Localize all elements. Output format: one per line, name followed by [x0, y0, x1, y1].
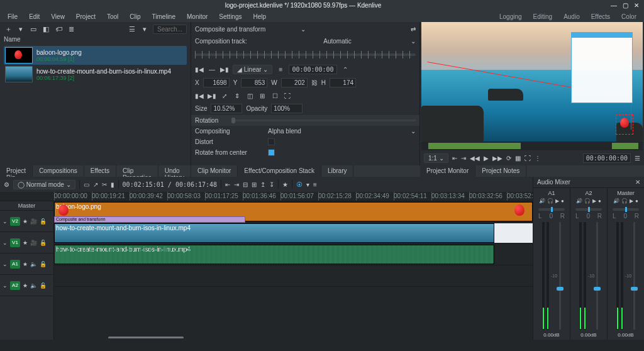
bin-header-name[interactable]: Name	[0, 36, 191, 45]
layout-logging[interactable]: Logging	[494, 12, 527, 21]
favorite-icon[interactable]: ★	[282, 181, 288, 188]
tab-effects[interactable]: Effects	[84, 165, 116, 177]
monitor-loop-icon[interactable]: ⟳	[506, 155, 511, 162]
track-effects-icon[interactable]: ★	[23, 261, 28, 267]
track-expand-icon[interactable]: ⌄	[3, 240, 8, 246]
fit-height-icon[interactable]: ⊞	[258, 91, 267, 100]
mixer-db-value[interactable]: 0.00dB	[580, 332, 596, 338]
monitor-out-icon[interactable]: ⇥	[461, 155, 466, 162]
mixer-db-value[interactable]: 0.00dB	[543, 332, 559, 338]
monitor-ffwd-icon[interactable]: ▶▶	[492, 155, 502, 162]
speaker-icon[interactable]: 🔊	[539, 198, 545, 204]
track-header[interactable]: ⌄V1★🎥🔓	[0, 232, 53, 254]
track-mute-icon[interactable]: 🔈	[30, 261, 37, 267]
tool-razor-icon[interactable]: ↗	[93, 181, 98, 188]
timecode-stepper-icon[interactable]: ⌃	[341, 65, 350, 74]
mute-icon[interactable]: ▶	[555, 198, 559, 204]
interpolation-dropdown[interactable]: ◢ Linear ⌄	[233, 65, 272, 74]
pos-y-input[interactable]	[241, 78, 267, 87]
track-lock-icon[interactable]: 🔓	[40, 240, 47, 246]
menu-clip[interactable]: Clip	[125, 12, 145, 21]
mute-icon[interactable]: ▶	[592, 198, 596, 204]
mute-icon[interactable]: ▶	[630, 198, 633, 204]
fit-width-icon[interactable]: ◫	[245, 91, 254, 100]
layout-effects[interactable]: Effects	[586, 12, 615, 21]
menu-file[interactable]: File	[3, 12, 23, 21]
phones-icon[interactable]: 🎧	[621, 198, 628, 204]
monitor-menu-icon[interactable]: ⋮	[535, 155, 541, 162]
effect-expand-icon[interactable]: ⌄	[301, 26, 306, 33]
menu-timeline[interactable]: Timeline	[147, 12, 180, 21]
track-header[interactable]: ⌄V2★🎥🔓	[0, 211, 53, 232]
menu-edit[interactable]: Edit	[24, 12, 45, 21]
timeline-mode-dropdown[interactable]: ◯ Normal mode ⌄	[13, 180, 75, 189]
monitor-fullscreen-icon[interactable]: ⛶	[525, 155, 531, 162]
timeline-lanes[interactable]: baloon-logo.png Composite and transform …	[54, 201, 533, 340]
mixer-close-icon[interactable]: ✕	[635, 179, 640, 186]
pan-slider[interactable]	[613, 208, 639, 211]
tab-clip-monitor[interactable]: Clip Monitor	[191, 165, 238, 177]
project-bin-search-input[interactable]	[153, 25, 187, 34]
track-effects-icon[interactable]: ★	[23, 218, 28, 225]
transition-strip[interactable]: Composite and transform	[54, 216, 245, 223]
tab-project-notes[interactable]: Project Notes	[475, 165, 526, 177]
filter-icon[interactable]: ≣	[67, 25, 75, 33]
clip-v1[interactable]: how-to-create-mount-and-burn-isos-in-lin…	[54, 223, 494, 243]
track-effects-icon[interactable]: ★	[23, 240, 28, 246]
rotate-center-checkbox[interactable]	[268, 149, 275, 156]
overlay-logo-handle[interactable]	[618, 116, 631, 133]
track-mute-icon[interactable]: 🎥	[30, 218, 37, 225]
tab-clip-properties[interactable]: Clip Properties	[116, 165, 158, 177]
bin-item[interactable]: how-to-create-mount-and-burn-isos-in-lin…	[4, 65, 187, 84]
kf-next-icon[interactable]: ▶▮	[220, 65, 229, 74]
volume-fader[interactable]	[633, 222, 635, 330]
link-size-icon[interactable]: ⛓	[311, 79, 318, 86]
solo-icon[interactable]: ●	[598, 198, 601, 204]
window-minimize-icon[interactable]: —	[610, 2, 618, 9]
compositing-dropdown-icon[interactable]: ⌄	[411, 128, 416, 135]
layout-color[interactable]: Color	[616, 12, 641, 21]
opacity-value[interactable]: 100%	[271, 104, 303, 113]
monitor-menu2-icon[interactable]: ☰	[635, 155, 640, 162]
composition-track-dropdown-icon[interactable]: ⌄	[411, 38, 416, 45]
compositing-value[interactable]: Alpha blend	[268, 128, 301, 135]
timeline-settings-icon[interactable]: ⚙	[4, 181, 9, 188]
menu-tool[interactable]: Tool	[102, 12, 123, 21]
track-effects-icon[interactable]: ★	[23, 282, 28, 289]
speaker-icon[interactable]: 🔊	[576, 198, 582, 204]
tab-undo-history[interactable]: Undo History	[158, 165, 191, 177]
composition-track-value[interactable]: Automatic	[268, 38, 407, 45]
view-mode-icon[interactable]: ☰	[128, 25, 136, 33]
track-header[interactable]: ⌄A2★🔈🔓	[0, 275, 53, 296]
timeline-scrollbar[interactable]	[108, 337, 184, 338]
phones-icon[interactable]: 🎧	[547, 198, 553, 204]
view-mode-dropdown-icon[interactable]: ▾	[140, 25, 149, 33]
volume-fader[interactable]	[559, 222, 561, 330]
preview-render-icon[interactable]: ⦿	[296, 181, 303, 188]
delete-clip-icon[interactable]: ▭	[29, 25, 38, 33]
monitor-ruler[interactable]	[421, 142, 643, 150]
monitor-timecode[interactable]: 00:00:00:00	[583, 153, 631, 163]
track-lock-icon[interactable]: 🔓	[40, 218, 47, 225]
align-v-icon[interactable]: ⇕	[233, 91, 242, 100]
menu-settings[interactable]: Settings	[214, 12, 247, 21]
track-expand-icon[interactable]: ⌄	[3, 261, 8, 267]
menu-monitor[interactable]: Monitor	[182, 12, 213, 21]
rotation-slider[interactable]	[231, 120, 416, 121]
align-prev-icon[interactable]: ▮◀	[195, 91, 204, 100]
track-header[interactable]: ⌄A1★🔈🔓	[0, 254, 53, 275]
tool-select-icon[interactable]: ▭	[84, 181, 89, 188]
monitor-viewport[interactable]	[421, 22, 643, 142]
monitor-zoom-dropdown[interactable]: 1:1 ⌄	[424, 153, 448, 163]
track-header-master[interactable]: Master	[0, 201, 53, 211]
track-expand-icon[interactable]: ⌄	[3, 282, 8, 289]
effect-timecode[interactable]: 00:00:00:00	[289, 65, 336, 74]
timeline-ruler[interactable]: 00:00:00:0000:00:19:2100:00:39:4200:00:5…	[0, 192, 533, 201]
volume-fader[interactable]	[596, 222, 598, 330]
window-maximize-icon[interactable]: ▢	[621, 2, 629, 9]
tool-spacer-icon[interactable]: ▮	[111, 181, 114, 188]
zone-in-icon[interactable]: ⇤	[225, 181, 230, 188]
window-close-icon[interactable]: ✕	[633, 2, 640, 9]
kf-prev-icon[interactable]: ▮◀	[195, 65, 204, 74]
monitor-play-icon[interactable]: ▶	[484, 155, 489, 162]
